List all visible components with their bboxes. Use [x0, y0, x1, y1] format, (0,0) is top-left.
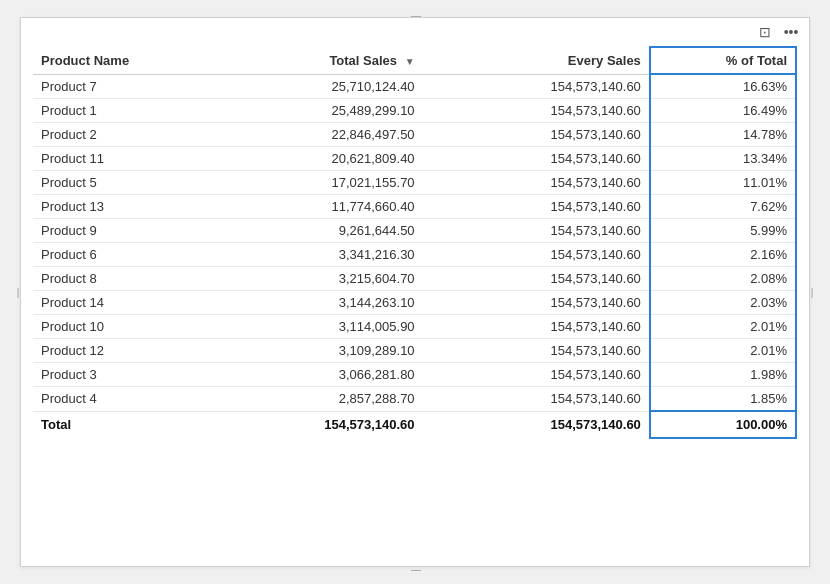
table-row: Product 1311,774,660.40154,573,140.607.6…	[33, 195, 796, 219]
table-row: Product 83,215,604.70154,573,140.602.08%	[33, 267, 796, 291]
cell-every-sales: 154,573,140.60	[423, 99, 650, 123]
table-row: Product 33,066,281.80154,573,140.601.98%	[33, 363, 796, 387]
table-row: Product 222,846,497.50154,573,140.6014.7…	[33, 123, 796, 147]
cell-total-sales: 3,144,263.10	[212, 291, 423, 315]
table-row: Product 42,857,288.70154,573,140.601.85%	[33, 387, 796, 412]
cell-pct-total: 5.99%	[650, 219, 796, 243]
table-row: Product 99,261,644.50154,573,140.605.99%	[33, 219, 796, 243]
col-header-pct-total[interactable]: % of Total	[650, 47, 796, 74]
table-body: Product 725,710,124.40154,573,140.6016.6…	[33, 74, 796, 411]
table-row: Product 125,489,299.10154,573,140.6016.4…	[33, 99, 796, 123]
table-row: Product 123,109,289.10154,573,140.602.01…	[33, 339, 796, 363]
cell-total-sales: 22,846,497.50	[212, 123, 423, 147]
data-table: Product Name Total Sales ▼ Every Sales %…	[33, 46, 797, 439]
cell-every-sales: 154,573,140.60	[423, 219, 650, 243]
footer-every: 154,573,140.60	[423, 411, 650, 438]
cell-every-sales: 154,573,140.60	[423, 267, 650, 291]
cell-product-name: Product 12	[33, 339, 212, 363]
cell-total-sales: 3,066,281.80	[212, 363, 423, 387]
cell-total-sales: 2,857,288.70	[212, 387, 423, 412]
table-container: Product Name Total Sales ▼ Every Sales %…	[21, 46, 809, 451]
resize-handle-left[interactable]	[15, 282, 21, 302]
cell-every-sales: 154,573,140.60	[423, 243, 650, 267]
cell-total-sales: 3,341,216.30	[212, 243, 423, 267]
cell-pct-total: 2.03%	[650, 291, 796, 315]
cell-total-sales: 9,261,644.50	[212, 219, 423, 243]
cell-total-sales: 3,109,289.10	[212, 339, 423, 363]
cell-product-name: Product 4	[33, 387, 212, 412]
footer-total: 154,573,140.60	[212, 411, 423, 438]
cell-every-sales: 154,573,140.60	[423, 291, 650, 315]
cell-product-name: Product 5	[33, 171, 212, 195]
cell-pct-total: 7.62%	[650, 195, 796, 219]
visual-container: ⊡ ••• Product Name Total Sales ▼ Every S…	[20, 17, 810, 567]
col-header-product-name[interactable]: Product Name	[33, 47, 212, 74]
cell-product-name: Product 2	[33, 123, 212, 147]
col-header-total-sales[interactable]: Total Sales ▼	[212, 47, 423, 74]
cell-pct-total: 16.63%	[650, 74, 796, 99]
cell-pct-total: 1.98%	[650, 363, 796, 387]
cell-product-name: Product 11	[33, 147, 212, 171]
table-row: Product 725,710,124.40154,573,140.6016.6…	[33, 74, 796, 99]
resize-handle-right[interactable]	[809, 282, 815, 302]
cell-product-name: Product 9	[33, 219, 212, 243]
resize-handle-top[interactable]	[405, 12, 425, 18]
cell-pct-total: 2.16%	[650, 243, 796, 267]
cell-total-sales: 17,021,155.70	[212, 171, 423, 195]
cell-every-sales: 154,573,140.60	[423, 387, 650, 412]
cell-total-sales: 25,489,299.10	[212, 99, 423, 123]
cell-product-name: Product 7	[33, 74, 212, 99]
cell-every-sales: 154,573,140.60	[423, 171, 650, 195]
toolbar-icons: ⊡ •••	[755, 22, 801, 42]
cell-every-sales: 154,573,140.60	[423, 339, 650, 363]
table-footer: Total154,573,140.60154,573,140.60100.00%	[33, 411, 796, 438]
footer-pct: 100.00%	[650, 411, 796, 438]
cell-total-sales: 25,710,124.40	[212, 74, 423, 99]
cell-product-name: Product 14	[33, 291, 212, 315]
cell-pct-total: 1.85%	[650, 387, 796, 412]
cell-pct-total: 13.34%	[650, 147, 796, 171]
cell-every-sales: 154,573,140.60	[423, 195, 650, 219]
cell-product-name: Product 10	[33, 315, 212, 339]
cell-product-name: Product 3	[33, 363, 212, 387]
cell-every-sales: 154,573,140.60	[423, 147, 650, 171]
table-row: Product 143,144,263.10154,573,140.602.03…	[33, 291, 796, 315]
col-header-every-sales[interactable]: Every Sales	[423, 47, 650, 74]
resize-handle-bottom[interactable]	[405, 566, 425, 572]
cell-product-name: Product 6	[33, 243, 212, 267]
sort-desc-icon: ▼	[405, 56, 415, 67]
cell-pct-total: 11.01%	[650, 171, 796, 195]
footer-row: Total154,573,140.60154,573,140.60100.00%	[33, 411, 796, 438]
cell-pct-total: 16.49%	[650, 99, 796, 123]
top-bar: ⊡ •••	[21, 18, 809, 46]
footer-label: Total	[33, 411, 212, 438]
cell-pct-total: 14.78%	[650, 123, 796, 147]
cell-pct-total: 2.01%	[650, 315, 796, 339]
cell-product-name: Product 8	[33, 267, 212, 291]
table-row: Product 517,021,155.70154,573,140.6011.0…	[33, 171, 796, 195]
expand-icon[interactable]: ⊡	[755, 22, 775, 42]
table-row: Product 103,114,005.90154,573,140.602.01…	[33, 315, 796, 339]
cell-every-sales: 154,573,140.60	[423, 74, 650, 99]
cell-pct-total: 2.08%	[650, 267, 796, 291]
table-header-row: Product Name Total Sales ▼ Every Sales %…	[33, 47, 796, 74]
cell-every-sales: 154,573,140.60	[423, 315, 650, 339]
cell-product-name: Product 13	[33, 195, 212, 219]
cell-total-sales: 11,774,660.40	[212, 195, 423, 219]
cell-every-sales: 154,573,140.60	[423, 123, 650, 147]
cell-total-sales: 3,215,604.70	[212, 267, 423, 291]
more-options-icon[interactable]: •••	[781, 22, 801, 42]
cell-total-sales: 3,114,005.90	[212, 315, 423, 339]
cell-every-sales: 154,573,140.60	[423, 363, 650, 387]
cell-product-name: Product 1	[33, 99, 212, 123]
cell-total-sales: 20,621,809.40	[212, 147, 423, 171]
cell-pct-total: 2.01%	[650, 339, 796, 363]
table-row: Product 1120,621,809.40154,573,140.6013.…	[33, 147, 796, 171]
table-row: Product 63,341,216.30154,573,140.602.16%	[33, 243, 796, 267]
